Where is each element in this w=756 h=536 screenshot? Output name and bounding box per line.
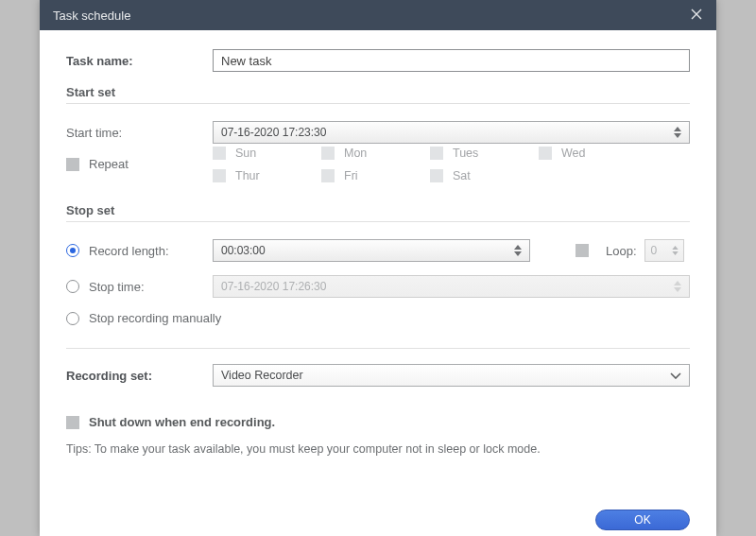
spinner-arrows-icon[interactable]: [514, 241, 525, 260]
stop-manual-radio[interactable]: [66, 312, 79, 325]
tips-text: Tips: To make your task available, you m…: [66, 442, 690, 456]
start-time-spinner[interactable]: 07-16-2020 17:23:30: [213, 121, 690, 144]
ok-button-label: OK: [634, 513, 650, 527]
close-icon[interactable]: [690, 8, 703, 24]
day-tues-checkbox[interactable]: [430, 147, 443, 160]
shutdown-label: Shut down when end recording.: [89, 415, 275, 429]
recording-set-label: Recording set:: [66, 369, 213, 383]
day-sat-checkbox[interactable]: [430, 169, 443, 182]
stop-time-radio[interactable]: [66, 280, 79, 293]
day-sat-label: Sat: [453, 169, 471, 182]
task-name-label: Task name:: [66, 54, 213, 68]
day-sun-checkbox[interactable]: [213, 147, 226, 160]
day-tues-label: Tues: [453, 147, 478, 160]
day-wed-label: Wed: [561, 147, 585, 160]
stop-time-label: Stop time:: [89, 280, 145, 294]
recording-set-value: Video Recorder: [221, 369, 303, 382]
divider: [66, 221, 690, 222]
divider: [66, 103, 690, 104]
record-length-value: 00:03:00: [221, 244, 266, 257]
spinner-arrows-icon[interactable]: [672, 242, 679, 259]
record-length-radio[interactable]: [66, 244, 79, 257]
start-time-label: Start time:: [66, 126, 213, 140]
day-fri-label: Fri: [344, 169, 358, 182]
day-thur-label: Thur: [235, 169, 260, 182]
loop-value: 0: [651, 244, 658, 257]
shutdown-checkbox[interactable]: [66, 416, 79, 429]
spinner-arrows-icon[interactable]: [674, 123, 685, 142]
repeat-label: Repeat: [89, 157, 129, 171]
record-length-label: Record length:: [89, 244, 169, 258]
repeat-checkbox[interactable]: [66, 158, 79, 171]
dialog-title: Task schedule: [53, 9, 130, 23]
loop-count-spinner[interactable]: 0: [644, 239, 684, 262]
day-sun-label: Sun: [235, 147, 256, 160]
stop-time-spinner[interactable]: 07-16-2020 17:26:30: [213, 275, 690, 298]
record-length-spinner[interactable]: 00:03:00: [213, 239, 530, 262]
day-thur-checkbox[interactable]: [213, 169, 226, 182]
stop-set-title: Stop set: [66, 203, 690, 217]
spinner-arrows-icon[interactable]: [674, 277, 685, 296]
recording-set-select[interactable]: Video Recorder: [213, 364, 690, 387]
loop-checkbox[interactable]: [576, 244, 589, 257]
stop-time-value: 07-16-2020 17:26:30: [221, 280, 326, 293]
start-set-title: Start set: [66, 85, 690, 99]
ok-button[interactable]: OK: [595, 510, 690, 530]
task-schedule-dialog: Task schedule Task name: Start set Start…: [40, 0, 716, 536]
day-wed-checkbox[interactable]: [539, 147, 552, 160]
day-fri-checkbox[interactable]: [321, 169, 335, 182]
chevron-down-icon: [670, 369, 681, 382]
start-time-value: 07-16-2020 17:23:30: [221, 126, 326, 139]
titlebar: Task schedule: [40, 0, 716, 30]
divider: [66, 348, 690, 349]
day-mon-checkbox[interactable]: [321, 147, 335, 160]
loop-label: Loop:: [606, 244, 637, 258]
repeat-days-group: Sun Mon Tues Wed Thur Fri Sat: [213, 147, 690, 182]
day-mon-label: Mon: [344, 147, 367, 160]
stop-manual-label: Stop recording manually: [89, 311, 221, 325]
task-name-input[interactable]: [213, 49, 690, 72]
